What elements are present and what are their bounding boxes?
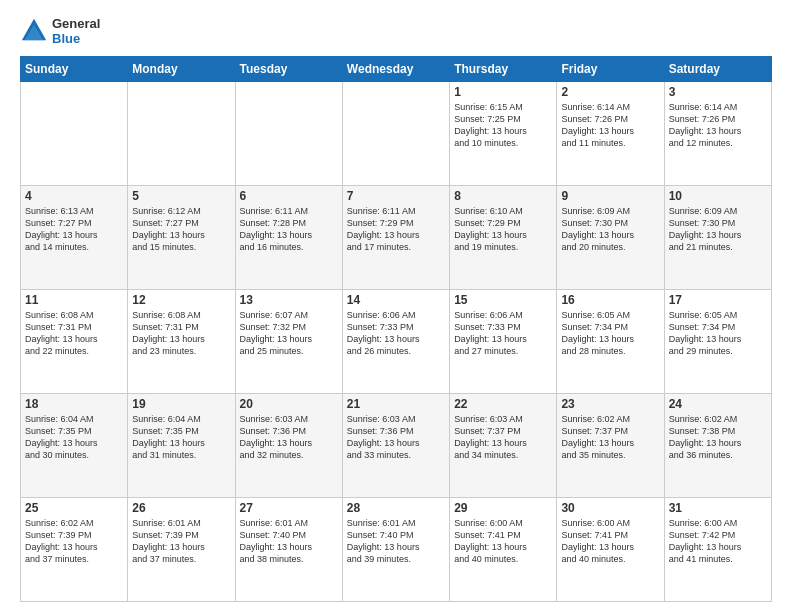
- day-number: 31: [669, 501, 767, 515]
- day-cell-18: 18Sunrise: 6:04 AM Sunset: 7:35 PM Dayli…: [21, 394, 128, 498]
- week-row-4: 18Sunrise: 6:04 AM Sunset: 7:35 PM Dayli…: [21, 394, 772, 498]
- page: General Blue SundayMondayTuesdayWednesda…: [0, 0, 792, 612]
- day-info: Sunrise: 6:04 AM Sunset: 7:35 PM Dayligh…: [132, 413, 230, 462]
- day-info: Sunrise: 6:10 AM Sunset: 7:29 PM Dayligh…: [454, 205, 552, 254]
- header-day-saturday: Saturday: [664, 57, 771, 82]
- day-number: 5: [132, 189, 230, 203]
- day-cell-9: 9Sunrise: 6:09 AM Sunset: 7:30 PM Daylig…: [557, 186, 664, 290]
- day-cell-14: 14Sunrise: 6:06 AM Sunset: 7:33 PM Dayli…: [342, 290, 449, 394]
- day-info: Sunrise: 6:01 AM Sunset: 7:39 PM Dayligh…: [132, 517, 230, 566]
- week-row-2: 4Sunrise: 6:13 AM Sunset: 7:27 PM Daylig…: [21, 186, 772, 290]
- day-number: 26: [132, 501, 230, 515]
- day-number: 22: [454, 397, 552, 411]
- day-number: 12: [132, 293, 230, 307]
- day-info: Sunrise: 6:04 AM Sunset: 7:35 PM Dayligh…: [25, 413, 123, 462]
- day-info: Sunrise: 6:13 AM Sunset: 7:27 PM Dayligh…: [25, 205, 123, 254]
- day-info: Sunrise: 6:12 AM Sunset: 7:27 PM Dayligh…: [132, 205, 230, 254]
- day-number: 17: [669, 293, 767, 307]
- day-number: 10: [669, 189, 767, 203]
- day-info: Sunrise: 6:01 AM Sunset: 7:40 PM Dayligh…: [240, 517, 338, 566]
- day-cell-30: 30Sunrise: 6:00 AM Sunset: 7:41 PM Dayli…: [557, 498, 664, 602]
- day-number: 21: [347, 397, 445, 411]
- day-cell-1: 1Sunrise: 6:15 AM Sunset: 7:25 PM Daylig…: [450, 82, 557, 186]
- logo-icon: [20, 17, 48, 45]
- day-info: Sunrise: 6:05 AM Sunset: 7:34 PM Dayligh…: [561, 309, 659, 358]
- day-number: 24: [669, 397, 767, 411]
- day-number: 19: [132, 397, 230, 411]
- day-number: 14: [347, 293, 445, 307]
- empty-cell: [235, 82, 342, 186]
- day-cell-7: 7Sunrise: 6:11 AM Sunset: 7:29 PM Daylig…: [342, 186, 449, 290]
- empty-cell: [128, 82, 235, 186]
- day-info: Sunrise: 6:03 AM Sunset: 7:36 PM Dayligh…: [240, 413, 338, 462]
- day-info: Sunrise: 6:08 AM Sunset: 7:31 PM Dayligh…: [25, 309, 123, 358]
- day-cell-20: 20Sunrise: 6:03 AM Sunset: 7:36 PM Dayli…: [235, 394, 342, 498]
- day-cell-26: 26Sunrise: 6:01 AM Sunset: 7:39 PM Dayli…: [128, 498, 235, 602]
- day-cell-31: 31Sunrise: 6:00 AM Sunset: 7:42 PM Dayli…: [664, 498, 771, 602]
- day-number: 23: [561, 397, 659, 411]
- day-cell-5: 5Sunrise: 6:12 AM Sunset: 7:27 PM Daylig…: [128, 186, 235, 290]
- day-info: Sunrise: 6:09 AM Sunset: 7:30 PM Dayligh…: [561, 205, 659, 254]
- day-info: Sunrise: 6:03 AM Sunset: 7:36 PM Dayligh…: [347, 413, 445, 462]
- day-cell-29: 29Sunrise: 6:00 AM Sunset: 7:41 PM Dayli…: [450, 498, 557, 602]
- day-number: 1: [454, 85, 552, 99]
- week-row-3: 11Sunrise: 6:08 AM Sunset: 7:31 PM Dayli…: [21, 290, 772, 394]
- day-info: Sunrise: 6:11 AM Sunset: 7:29 PM Dayligh…: [347, 205, 445, 254]
- empty-cell: [21, 82, 128, 186]
- day-cell-21: 21Sunrise: 6:03 AM Sunset: 7:36 PM Dayli…: [342, 394, 449, 498]
- day-info: Sunrise: 6:06 AM Sunset: 7:33 PM Dayligh…: [347, 309, 445, 358]
- day-cell-24: 24Sunrise: 6:02 AM Sunset: 7:38 PM Dayli…: [664, 394, 771, 498]
- day-info: Sunrise: 6:06 AM Sunset: 7:33 PM Dayligh…: [454, 309, 552, 358]
- day-info: Sunrise: 6:00 AM Sunset: 7:42 PM Dayligh…: [669, 517, 767, 566]
- day-number: 30: [561, 501, 659, 515]
- day-info: Sunrise: 6:07 AM Sunset: 7:32 PM Dayligh…: [240, 309, 338, 358]
- day-cell-16: 16Sunrise: 6:05 AM Sunset: 7:34 PM Dayli…: [557, 290, 664, 394]
- day-info: Sunrise: 6:11 AM Sunset: 7:28 PM Dayligh…: [240, 205, 338, 254]
- calendar-body: 1Sunrise: 6:15 AM Sunset: 7:25 PM Daylig…: [21, 82, 772, 602]
- day-number: 7: [347, 189, 445, 203]
- day-info: Sunrise: 6:03 AM Sunset: 7:37 PM Dayligh…: [454, 413, 552, 462]
- day-number: 29: [454, 501, 552, 515]
- day-info: Sunrise: 6:05 AM Sunset: 7:34 PM Dayligh…: [669, 309, 767, 358]
- day-number: 15: [454, 293, 552, 307]
- header-day-friday: Friday: [557, 57, 664, 82]
- day-cell-12: 12Sunrise: 6:08 AM Sunset: 7:31 PM Dayli…: [128, 290, 235, 394]
- day-cell-11: 11Sunrise: 6:08 AM Sunset: 7:31 PM Dayli…: [21, 290, 128, 394]
- day-info: Sunrise: 6:14 AM Sunset: 7:26 PM Dayligh…: [669, 101, 767, 150]
- calendar-header: SundayMondayTuesdayWednesdayThursdayFrid…: [21, 57, 772, 82]
- day-cell-19: 19Sunrise: 6:04 AM Sunset: 7:35 PM Dayli…: [128, 394, 235, 498]
- day-number: 11: [25, 293, 123, 307]
- day-info: Sunrise: 6:02 AM Sunset: 7:38 PM Dayligh…: [669, 413, 767, 462]
- day-number: 9: [561, 189, 659, 203]
- header-day-tuesday: Tuesday: [235, 57, 342, 82]
- day-number: 6: [240, 189, 338, 203]
- calendar-table: SundayMondayTuesdayWednesdayThursdayFrid…: [20, 56, 772, 602]
- day-cell-25: 25Sunrise: 6:02 AM Sunset: 7:39 PM Dayli…: [21, 498, 128, 602]
- logo: General Blue: [20, 16, 100, 46]
- day-number: 20: [240, 397, 338, 411]
- day-cell-10: 10Sunrise: 6:09 AM Sunset: 7:30 PM Dayli…: [664, 186, 771, 290]
- day-number: 4: [25, 189, 123, 203]
- header-row: SundayMondayTuesdayWednesdayThursdayFrid…: [21, 57, 772, 82]
- day-cell-17: 17Sunrise: 6:05 AM Sunset: 7:34 PM Dayli…: [664, 290, 771, 394]
- day-info: Sunrise: 6:14 AM Sunset: 7:26 PM Dayligh…: [561, 101, 659, 150]
- day-info: Sunrise: 6:09 AM Sunset: 7:30 PM Dayligh…: [669, 205, 767, 254]
- day-number: 3: [669, 85, 767, 99]
- day-cell-23: 23Sunrise: 6:02 AM Sunset: 7:37 PM Dayli…: [557, 394, 664, 498]
- day-info: Sunrise: 6:00 AM Sunset: 7:41 PM Dayligh…: [454, 517, 552, 566]
- day-number: 8: [454, 189, 552, 203]
- week-row-5: 25Sunrise: 6:02 AM Sunset: 7:39 PM Dayli…: [21, 498, 772, 602]
- day-number: 2: [561, 85, 659, 99]
- empty-cell: [342, 82, 449, 186]
- day-cell-8: 8Sunrise: 6:10 AM Sunset: 7:29 PM Daylig…: [450, 186, 557, 290]
- day-info: Sunrise: 6:01 AM Sunset: 7:40 PM Dayligh…: [347, 517, 445, 566]
- day-number: 28: [347, 501, 445, 515]
- day-info: Sunrise: 6:15 AM Sunset: 7:25 PM Dayligh…: [454, 101, 552, 150]
- day-number: 18: [25, 397, 123, 411]
- header-day-sunday: Sunday: [21, 57, 128, 82]
- day-number: 13: [240, 293, 338, 307]
- day-cell-28: 28Sunrise: 6:01 AM Sunset: 7:40 PM Dayli…: [342, 498, 449, 602]
- day-info: Sunrise: 6:02 AM Sunset: 7:37 PM Dayligh…: [561, 413, 659, 462]
- day-cell-2: 2Sunrise: 6:14 AM Sunset: 7:26 PM Daylig…: [557, 82, 664, 186]
- day-number: 25: [25, 501, 123, 515]
